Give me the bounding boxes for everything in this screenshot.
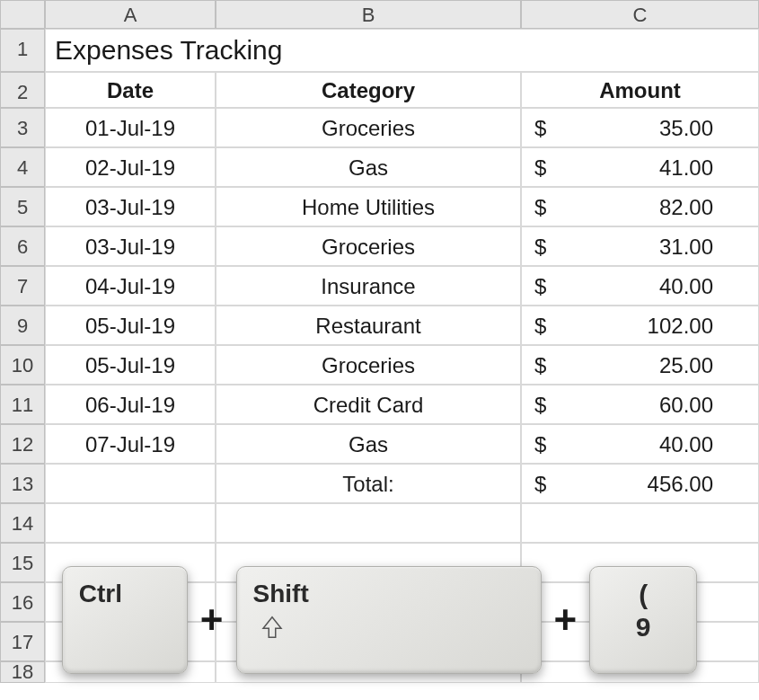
col-header-c[interactable]: C [521,0,759,29]
currency-symbol: $ [531,351,546,378]
cell-total-label[interactable]: Total: [216,464,521,503]
shift-key-icon: Shift [236,566,542,674]
amount-value: 40.00 [659,430,713,457]
row-header-1[interactable]: 1 [0,29,45,72]
row-header[interactable]: 9 [0,306,45,345]
cell-amount[interactable]: $102.00 [521,306,759,345]
cell-category[interactable]: Restaurant [216,306,521,345]
currency-symbol: $ [531,430,546,457]
amount-value: 41.00 [659,154,713,181]
key-label-top: ( [606,580,680,610]
cell-amount[interactable]: $31.00 [521,226,759,266]
currency-symbol: $ [531,391,546,418]
currency-symbol: $ [531,470,546,497]
cell-amount[interactable]: $41.00 [521,147,759,187]
row-header[interactable]: 10 [0,345,45,385]
cell-category[interactable]: Gas [216,147,521,187]
header-date[interactable]: Date [45,72,216,108]
col-header-a[interactable]: A [45,0,216,29]
header-category[interactable]: Category [216,72,521,108]
row-header[interactable]: 4 [0,147,45,187]
cell-amount[interactable]: $40.00 [521,424,759,464]
cell-date[interactable]: 04-Jul-19 [45,266,216,306]
row-header[interactable]: 11 [0,385,45,424]
key-label: Shift [253,580,525,608]
row-header-2[interactable]: 2 [0,72,45,108]
keyboard-shortcut-overlay: Ctrl + Shift + ( 9 [0,539,759,700]
cell-category[interactable]: Groceries [216,226,521,266]
shift-arrow-icon [259,614,286,641]
row-header[interactable]: 12 [0,424,45,464]
header-amount[interactable]: Amount [521,72,759,108]
currency-symbol: $ [531,312,546,339]
plus-icon: + [195,598,229,642]
amount-value: 25.00 [659,351,713,378]
row-header[interactable]: 14 [0,503,45,543]
row-header[interactable]: 6 [0,226,45,266]
cell-amount[interactable]: $60.00 [521,385,759,424]
cell-date[interactable]: 03-Jul-19 [45,226,216,266]
cell-date[interactable]: 06-Jul-19 [45,385,216,424]
cell-amount[interactable]: $35.00 [521,108,759,147]
cell-amount[interactable]: $82.00 [521,187,759,226]
cell-empty[interactable] [45,464,216,503]
plus-icon: + [549,598,583,642]
cell-date[interactable]: 01-Jul-19 [45,108,216,147]
col-header-b[interactable]: B [216,0,521,29]
row-header[interactable]: 3 [0,108,45,147]
amount-value: 82.00 [659,193,713,220]
cell-empty[interactable] [45,503,216,543]
cell-category[interactable]: Insurance [216,266,521,306]
cell-category[interactable]: Groceries [216,108,521,147]
amount-value: 31.00 [659,233,713,260]
cell-category[interactable]: Credit Card [216,385,521,424]
amount-value: 456.00 [648,470,713,497]
currency-symbol: $ [531,233,546,260]
cell-amount[interactable]: $25.00 [521,345,759,385]
amount-value: 40.00 [659,272,713,299]
cell-empty[interactable] [216,503,521,543]
select-all-corner[interactable] [0,0,45,29]
cell-category[interactable]: Gas [216,424,521,464]
cell-date[interactable]: 02-Jul-19 [45,147,216,187]
cell-date[interactable]: 05-Jul-19 [45,345,216,385]
amount-value: 60.00 [659,391,713,418]
row-header[interactable]: 7 [0,266,45,306]
cell-category[interactable]: Home Utilities [216,187,521,226]
currency-symbol: $ [531,193,546,220]
cell-date[interactable]: 07-Jul-19 [45,424,216,464]
currency-symbol: $ [531,154,546,181]
amount-value: 102.00 [648,312,713,339]
currency-symbol: $ [531,272,546,299]
row-header[interactable]: 5 [0,187,45,226]
cell-date[interactable]: 03-Jul-19 [45,187,216,226]
cell-category[interactable]: Groceries [216,345,521,385]
title-cell[interactable]: Expenses Tracking [45,29,521,72]
key-label-bottom: 9 [606,612,680,642]
currency-symbol: $ [531,114,546,141]
cell-total-amount[interactable]: $456.00 [521,464,759,503]
key-label: Ctrl [79,580,171,608]
cell-c1[interactable] [521,29,759,72]
cell-amount[interactable]: $40.00 [521,266,759,306]
cell-date[interactable]: 05-Jul-19 [45,306,216,345]
row-header[interactable]: 13 [0,464,45,503]
nine-key-icon: ( 9 [589,566,697,674]
cell-empty[interactable] [521,503,759,543]
amount-value: 35.00 [659,114,713,141]
ctrl-key-icon: Ctrl [62,566,188,674]
